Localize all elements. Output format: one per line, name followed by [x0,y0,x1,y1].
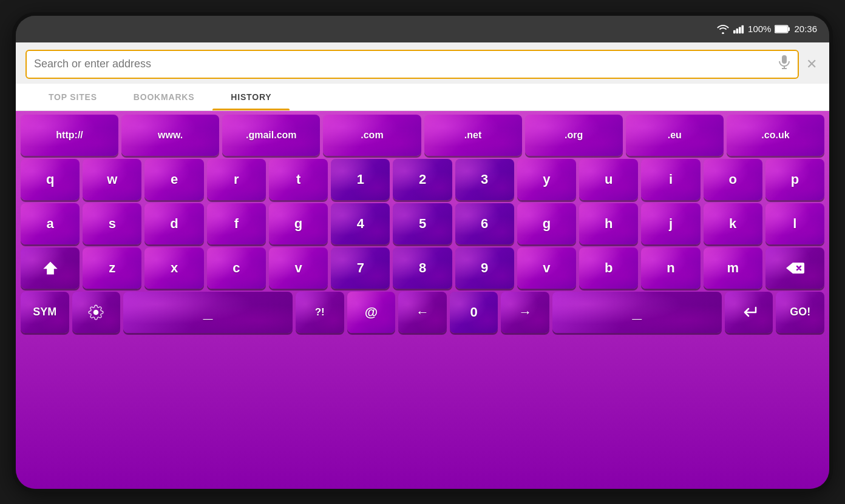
status-bar: 100% 20:36 [16,16,829,42]
key-doteu[interactable]: .eu [626,115,724,156]
browser-area: ✕ TOP SITES BOOKMARKS HISTORY [16,42,829,111]
key-v2[interactable]: v [517,247,576,289]
signal-icon [733,24,744,34]
key-z[interactable]: z [83,247,141,289]
key-d[interactable]: d [144,203,203,244]
keyboard-area: http:// www. .gmail.com .com .net .org .… [16,111,829,489]
key-row-4: SYM _ ?! @ ← 0 → _ GO! [21,292,824,333]
battery-percent: 100% [748,24,771,34]
key-1[interactable]: 1 [331,159,390,200]
key-space-left[interactable]: _ [123,292,293,333]
key-punctuation[interactable]: ?! [296,292,344,333]
key-at[interactable]: @ [347,292,396,333]
key-dotorg[interactable]: .org [525,115,623,156]
url-row: http:// www. .gmail.com .com .net .org .… [21,115,824,156]
key-row-1: q w e r t 1 2 3 y u i o p [21,159,824,200]
key-e[interactable]: e [144,159,203,200]
key-y[interactable]: y [517,159,576,200]
key-row-3: z x c v 7 8 9 v b n m [21,247,824,289]
key-settings[interactable] [72,292,121,333]
svg-rect-2 [739,27,741,33]
key-a[interactable]: a [21,203,80,244]
gear-icon [88,304,104,320]
key-q[interactable]: q [21,159,80,200]
key-7[interactable]: 7 [331,247,390,289]
svg-rect-3 [742,25,744,33]
key-3[interactable]: 3 [455,159,514,200]
key-shift[interactable] [21,247,80,289]
key-8[interactable]: 8 [393,247,452,289]
key-6[interactable]: 6 [455,203,514,244]
key-n[interactable]: n [641,247,700,289]
key-x[interactable]: x [144,247,203,289]
key-5[interactable]: 5 [393,203,452,244]
key-9[interactable]: 9 [455,247,514,289]
key-dotcom[interactable]: .com [323,115,421,156]
key-enter[interactable] [725,292,773,333]
key-row-2: a s d f g 4 5 6 g h j k l [21,203,824,244]
key-http[interactable]: http:// [21,115,118,156]
key-k[interactable]: k [704,203,762,244]
key-2[interactable]: 2 [393,159,452,200]
tab-history[interactable]: HISTORY [212,84,290,110]
key-space-right[interactable]: _ [552,292,722,333]
key-b[interactable]: b [579,247,638,289]
key-c[interactable]: c [207,247,266,289]
key-gmail[interactable]: .gmail.com [222,115,320,156]
key-backspace[interactable] [765,247,824,289]
key-dotnet[interactable]: .net [424,115,522,156]
shift-icon [42,260,59,277]
key-4[interactable]: 4 [331,203,390,244]
search-input[interactable] [34,58,778,70]
key-s[interactable]: s [83,203,141,244]
key-o[interactable]: o [704,159,762,200]
svg-rect-0 [733,30,736,33]
search-bar-row: ✕ [16,42,829,84]
tab-bookmarks[interactable]: BOOKMARKS [115,84,213,110]
status-icons: 100% 20:36 [716,24,817,34]
tab-top-sites[interactable]: TOP SITES [30,84,115,110]
key-l[interactable]: l [765,203,824,244]
key-right-arrow[interactable]: → [501,292,549,333]
svg-rect-7 [782,55,787,64]
key-0[interactable]: 0 [450,292,498,333]
backspace-icon [785,261,804,275]
key-www[interactable]: www. [121,115,219,156]
key-r[interactable]: r [207,159,266,200]
key-t[interactable]: t [269,159,328,200]
key-g2[interactable]: g [517,203,576,244]
key-u[interactable]: u [579,159,638,200]
key-j[interactable]: j [641,203,700,244]
key-h[interactable]: h [579,203,638,244]
enter-icon [740,305,758,320]
battery-icon [775,25,790,33]
svg-rect-6 [788,27,790,31]
close-button[interactable]: ✕ [804,54,820,75]
key-f[interactable]: f [207,203,266,244]
key-dotcouk[interactable]: .co.uk [727,115,824,156]
key-sym[interactable]: SYM [21,292,69,333]
key-go[interactable]: GO! [776,292,824,333]
key-v[interactable]: v [269,247,328,289]
tabs-row: TOP SITES BOOKMARKS HISTORY [16,84,829,111]
key-i[interactable]: i [641,159,700,200]
key-m[interactable]: m [704,247,762,289]
mic-icon[interactable] [778,55,790,73]
wifi-icon [716,24,730,34]
key-g[interactable]: g [269,203,328,244]
key-w[interactable]: w [83,159,141,200]
svg-rect-1 [736,29,739,33]
key-left-arrow[interactable]: ← [398,292,447,333]
svg-rect-5 [775,26,787,32]
key-p[interactable]: p [765,159,824,200]
search-input-container [25,50,799,79]
device-frame: 100% 20:36 [16,16,829,489]
clock: 20:36 [794,24,817,34]
